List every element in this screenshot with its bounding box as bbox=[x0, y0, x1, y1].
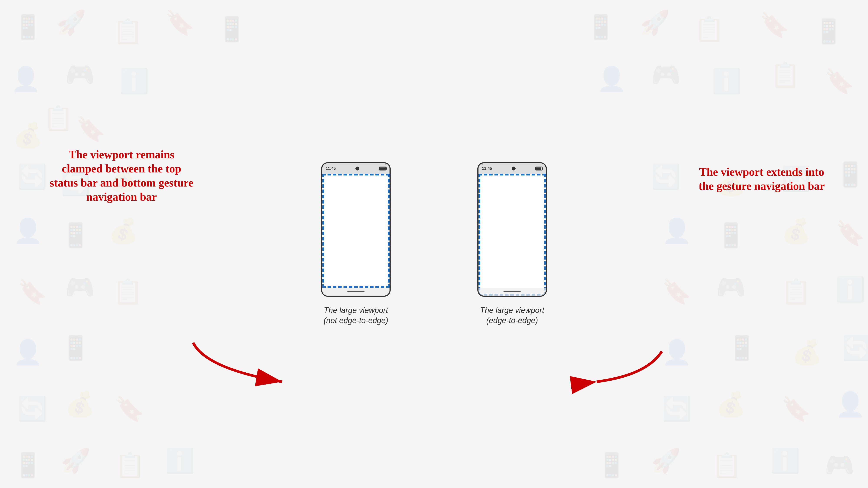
phone-not-edge: 11:45 bbox=[321, 162, 391, 297]
gesture-indicator-left bbox=[347, 291, 365, 292]
gesture-bar-left bbox=[322, 288, 390, 296]
status-time-left: 11:45 bbox=[326, 166, 336, 171]
status-time-right: 11:45 bbox=[482, 166, 492, 171]
camera-dot-right bbox=[512, 167, 516, 170]
viewport-dashed-right bbox=[478, 174, 546, 296]
gesture-bar-right bbox=[478, 288, 546, 296]
battery-left bbox=[379, 167, 386, 170]
annotation-right: The viewport extends into the gesture na… bbox=[694, 165, 829, 193]
annotation-left: The viewport remains clamped between the… bbox=[48, 148, 195, 204]
phone-not-edge-container: 11:45 The large viewport (not edge-to-ed… bbox=[321, 162, 391, 326]
camera-dot-left bbox=[355, 167, 359, 170]
viewport-dashed-left bbox=[322, 174, 390, 288]
status-bar-right: 11:45 bbox=[478, 163, 546, 174]
caption-edge: The large viewport (edge-to-edge) bbox=[480, 305, 544, 326]
battery-right bbox=[535, 167, 542, 170]
status-bar-left: 11:45 bbox=[322, 163, 390, 174]
phone-edge: 11:45 bbox=[477, 162, 547, 297]
main-content: 11:45 The large viewport (not edge-to-ed… bbox=[0, 0, 868, 488]
battery-fill-right bbox=[536, 167, 541, 170]
battery-fill-left bbox=[380, 167, 385, 170]
gesture-indicator-right bbox=[503, 291, 521, 292]
phone-edge-container: 11:45 The large viewport (edge-to-edge) bbox=[477, 162, 547, 326]
caption-not-edge: The large viewport (not edge-to-edge) bbox=[323, 305, 388, 326]
